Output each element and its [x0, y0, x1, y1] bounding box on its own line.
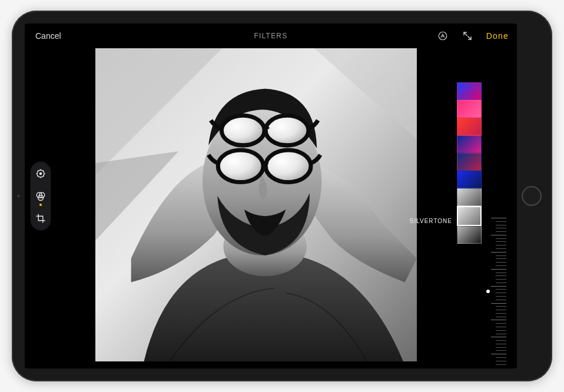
- slider-indicator: [486, 290, 490, 293]
- slider-tick: [496, 241, 506, 242]
- filter-thumb-vivid-cool[interactable]: [457, 135, 482, 153]
- svg-point-0: [439, 32, 447, 40]
- screen: Cancel FILTERS Done: [25, 24, 517, 368]
- filter-thumb-silvertone[interactable]: [457, 206, 482, 226]
- page-title: FILTERS: [254, 32, 288, 40]
- slider-tick: [496, 255, 506, 256]
- cancel-button[interactable]: Cancel: [35, 24, 61, 48]
- slider-tick: [491, 320, 506, 320]
- slider-tick: [496, 262, 506, 263]
- slider-tick: [496, 279, 506, 280]
- slider-tick: [496, 225, 506, 225]
- done-button[interactable]: Done: [486, 31, 509, 41]
- slider-tick: [491, 252, 506, 253]
- slider-tick: [496, 273, 506, 273]
- slider-tick: [496, 330, 506, 331]
- slider-tick: [496, 357, 506, 358]
- slider-tick: [491, 269, 506, 270]
- slider-tick: [496, 340, 506, 341]
- svg-point-7: [266, 115, 308, 145]
- svg-point-5: [266, 150, 311, 182]
- slider-tick: [491, 218, 506, 218]
- slider-tick: [496, 293, 506, 293]
- slider-tick: [496, 275, 506, 276]
- selected-filter-label: SILVERTONE: [410, 218, 452, 224]
- filter-thumbnail-strip[interactable]: [457, 82, 482, 244]
- slider-tick: [496, 361, 506, 361]
- photo-preview[interactable]: [95, 48, 417, 361]
- slider-tick: [496, 245, 506, 245]
- slider-tick: [496, 344, 506, 344]
- filter-thumb-dramatic[interactable]: [457, 153, 482, 171]
- slider-tick: [496, 221, 506, 222]
- slider-tick: [491, 235, 506, 235]
- slider-tick: [496, 350, 506, 351]
- slider-tick: [496, 296, 506, 297]
- slider-tick: [491, 354, 506, 354]
- slider-tick: [496, 310, 506, 310]
- camera-dot: [17, 195, 20, 198]
- slider-tick: [496, 317, 506, 317]
- slider-tick: [496, 283, 506, 283]
- editor-topbar: Cancel FILTERS Done: [25, 24, 517, 48]
- svg-point-4: [218, 150, 263, 182]
- svg-point-6: [221, 115, 264, 145]
- edit-tools-sidebar: [31, 162, 51, 230]
- fullscreen-icon[interactable]: [462, 30, 473, 42]
- adjust-tool-icon[interactable]: [35, 168, 47, 180]
- markup-icon[interactable]: [437, 30, 449, 42]
- slider-tick: [496, 300, 506, 300]
- slider-tick: [496, 228, 506, 228]
- slider-tick: [496, 238, 506, 239]
- filter-thumb-mono[interactable]: [457, 188, 482, 206]
- topbar-right-group: Done: [437, 24, 509, 48]
- filter-thumb-vivid[interactable]: [457, 100, 482, 118]
- slider-tick: [496, 306, 506, 307]
- slider-tick: [496, 289, 506, 290]
- slider-tick: [491, 303, 506, 304]
- slider-tick: [496, 327, 506, 327]
- crop-tool-icon[interactable]: [35, 212, 47, 224]
- filter-thumb-noir[interactable]: [457, 226, 482, 244]
- slider-tick: [496, 231, 506, 232]
- ipad-frame: Cancel FILTERS Done: [12, 11, 552, 381]
- slider-tick: [496, 248, 506, 249]
- slider-tick: [496, 347, 506, 348]
- slider-tick: [496, 313, 506, 314]
- svg-point-9: [39, 172, 42, 175]
- intensity-slider[interactable]: [489, 218, 506, 365]
- slider-tick: [496, 265, 506, 266]
- filter-thumb-dramatic-cool[interactable]: [457, 171, 482, 188]
- slider-tick: [496, 334, 506, 334]
- home-button[interactable]: [522, 186, 542, 206]
- filters-tool-icon[interactable]: [35, 190, 47, 202]
- filter-thumb-original[interactable]: [457, 82, 482, 100]
- slider-tick: [491, 286, 506, 287]
- slider-tick: [491, 337, 506, 337]
- active-tool-indicator: [39, 204, 42, 206]
- slider-tick: [496, 323, 506, 324]
- slider-tick: [496, 364, 506, 365]
- filter-thumb-vivid-warm[interactable]: [457, 118, 482, 135]
- slider-tick: [496, 258, 506, 259]
